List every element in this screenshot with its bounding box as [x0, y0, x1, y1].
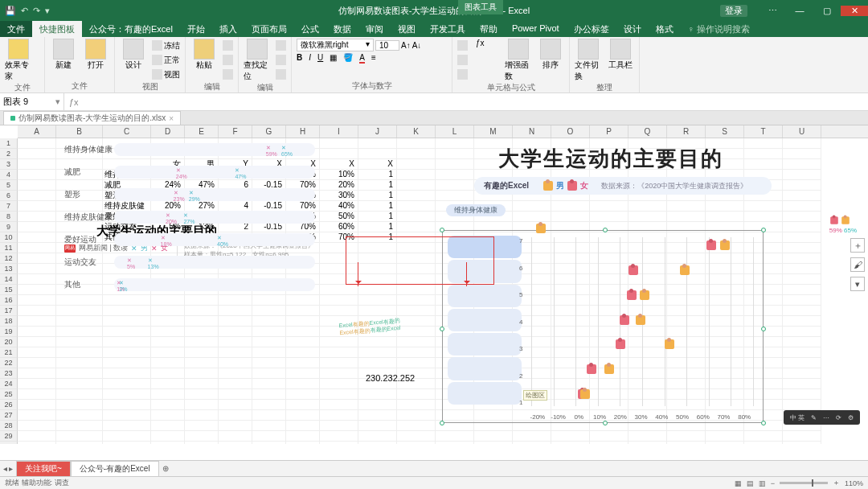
row-1[interactable]: 1: [0, 138, 18, 149]
row-19[interactable]: 19: [0, 327, 18, 337]
shrink-font-icon[interactable]: A↓: [412, 41, 422, 50]
zoom-out-icon[interactable]: −: [771, 479, 775, 487]
col-J[interactable]: J: [358, 125, 397, 138]
row-20[interactable]: 20: [0, 337, 18, 347]
col-D[interactable]: D: [151, 125, 185, 138]
row-11[interactable]: 11: [0, 243, 18, 253]
col-A[interactable]: A: [18, 125, 56, 138]
ribbon-opts-icon[interactable]: ⋯: [759, 6, 786, 16]
view-layout-icon[interactable]: ▤: [747, 479, 754, 487]
border-icon[interactable]: ▦: [330, 53, 337, 64]
tab-file[interactable]: 文件: [0, 21, 32, 37]
minimize-icon[interactable]: —: [786, 6, 813, 16]
row-9[interactable]: 9: [0, 222, 18, 232]
row-2[interactable]: 2: [0, 149, 18, 159]
tab-layout[interactable]: 页面布局: [244, 21, 294, 37]
row-18[interactable]: 18: [0, 316, 18, 327]
chart-add-icon[interactable]: ＋: [850, 238, 865, 253]
tab-review[interactable]: 审阅: [358, 21, 391, 37]
row-16[interactable]: 16: [0, 295, 18, 306]
row-3[interactable]: 3: [0, 159, 18, 170]
col-G[interactable]: G: [252, 125, 286, 138]
row-5[interactable]: 5: [0, 180, 18, 191]
col-U[interactable]: U: [783, 125, 821, 138]
col-F[interactable]: F: [219, 125, 252, 138]
font-select[interactable]: 微软雅黑right▾: [297, 39, 374, 51]
row-27[interactable]: 27: [0, 410, 18, 421]
row-29[interactable]: 29: [0, 431, 18, 442]
tab-pp[interactable]: Power Pivot: [505, 21, 567, 37]
tell-me[interactable]: ♀ 操作说明搜索: [681, 21, 757, 37]
grow-font-icon[interactable]: A↑: [401, 41, 411, 50]
add-sheet-icon[interactable]: ⊕: [159, 464, 172, 473]
row-8[interactable]: 8: [0, 212, 18, 222]
col-L[interactable]: L: [436, 125, 474, 138]
tab-data[interactable]: 数据: [326, 21, 358, 37]
tab-office[interactable]: 办公标签: [567, 21, 616, 37]
col-I[interactable]: I: [320, 125, 358, 138]
col-N[interactable]: N: [513, 125, 551, 138]
row-10[interactable]: 10: [0, 232, 18, 243]
save-icon[interactable]: 💾: [5, 6, 16, 16]
align-icon[interactable]: ≡: [371, 53, 376, 64]
redo-icon[interactable]: ↷: [33, 6, 40, 16]
close-tab-icon[interactable]: ×: [169, 114, 174, 123]
close-icon[interactable]: ✕: [841, 6, 868, 16]
row-30[interactable]: 30: [0, 442, 18, 444]
tab-format[interactable]: 格式: [649, 21, 681, 37]
row-25[interactable]: 25: [0, 389, 18, 400]
row-26[interactable]: 26: [0, 400, 18, 410]
italic-icon[interactable]: I: [309, 53, 311, 64]
tab-gzh[interactable]: 公众号：有趣的Excel: [82, 21, 180, 37]
row-23[interactable]: 23: [0, 368, 18, 379]
fill-color-icon[interactable]: 🪣: [343, 53, 353, 64]
font-color-icon[interactable]: A: [359, 53, 365, 64]
name-box[interactable]: 图表 9▾: [0, 93, 64, 110]
row-21[interactable]: 21: [0, 347, 18, 358]
toolbar-button[interactable]: 工具栏: [607, 39, 634, 71]
switch-button[interactable]: 文件切换: [575, 39, 602, 82]
row-15[interactable]: 15: [0, 285, 18, 295]
freeze-button[interactable]: 冻结: [152, 39, 180, 52]
row-4[interactable]: 4: [0, 170, 18, 180]
tab-view[interactable]: 视图: [391, 21, 423, 37]
func-button[interactable]: 增强函数: [505, 39, 532, 82]
row-13[interactable]: 13: [0, 264, 18, 274]
undo-icon[interactable]: ↶: [21, 6, 28, 16]
tab-design[interactable]: 设计: [616, 21, 649, 37]
paste-button[interactable]: 粘贴: [190, 39, 218, 71]
zoom-level[interactable]: 110%: [845, 479, 863, 487]
worksheet-grid[interactable]: ABCDEFGHIJKLMNOPQRSTU 123456789101112131…: [0, 125, 868, 444]
col-B[interactable]: B: [56, 125, 103, 138]
tab-home[interactable]: 开始: [180, 21, 212, 37]
col-E[interactable]: E: [185, 125, 219, 138]
open-button[interactable]: 打开: [82, 39, 109, 71]
zoom-in-icon[interactable]: ＋: [833, 478, 840, 488]
normal-button[interactable]: 正常: [152, 53, 180, 67]
col-R[interactable]: R: [667, 125, 706, 138]
fx-icon[interactable]: ƒx: [64, 97, 84, 107]
col-S[interactable]: S: [706, 125, 744, 138]
view-normal-icon[interactable]: ▦: [735, 479, 742, 487]
underline-icon[interactable]: U: [317, 53, 323, 64]
col-K[interactable]: K: [397, 125, 436, 138]
col-M[interactable]: M: [474, 125, 513, 138]
row-24[interactable]: 24: [0, 379, 18, 389]
col-P[interactable]: P: [590, 125, 628, 138]
col-C[interactable]: C: [103, 125, 151, 138]
tab-dev[interactable]: 开发工具: [423, 21, 473, 37]
sheet-tab-2[interactable]: 公众号-有趣的Excel: [71, 461, 159, 476]
view-button[interactable]: 视图: [152, 68, 180, 81]
dark-toolbar[interactable]: 中 英✎⋯⟳⚙: [784, 410, 860, 425]
row-17[interactable]: 17: [0, 306, 18, 316]
chart-filter-icon[interactable]: ▾: [850, 277, 865, 291]
row-28[interactable]: 28: [0, 421, 18, 431]
tab-help[interactable]: 帮助: [473, 21, 505, 37]
row-7[interactable]: 7: [0, 201, 18, 212]
effect-expert-button[interactable]: 效果专家: [5, 39, 32, 82]
fontsize-select[interactable]: 10: [375, 40, 399, 51]
tab-quick[interactable]: 快捷图板: [32, 21, 82, 37]
col-T[interactable]: T: [744, 125, 783, 138]
col-O[interactable]: O: [551, 125, 590, 138]
sort-button[interactable]: 排序: [537, 39, 564, 71]
